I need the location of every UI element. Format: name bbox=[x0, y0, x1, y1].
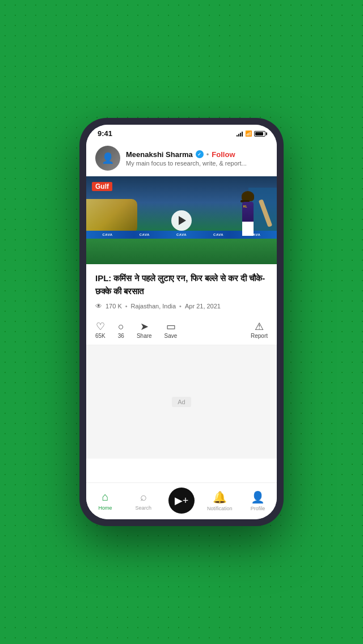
share-action[interactable]: ➤ Share bbox=[137, 321, 152, 339]
cricket-field bbox=[86, 236, 277, 264]
author-name: Meenakshi Sharma bbox=[126, 150, 193, 159]
profile-label: Profile bbox=[251, 506, 265, 511]
report-icon: ⚠ bbox=[255, 321, 264, 332]
share-label: Share bbox=[137, 333, 152, 339]
nav-center: ▶+ bbox=[162, 488, 200, 514]
home-label: Home bbox=[99, 505, 112, 511]
profile-icon: 👤 bbox=[251, 490, 265, 504]
phone-frame: 9:41 📶 👤 Meenakshi Sharma bbox=[79, 118, 284, 526]
author-bio: My main focus to research, write, & repo… bbox=[126, 160, 268, 167]
play-button[interactable] bbox=[171, 210, 192, 231]
status-time: 9:41 bbox=[98, 129, 112, 138]
article-date: Apr 21, 2021 bbox=[185, 303, 221, 310]
follow-button[interactable]: Follow bbox=[212, 150, 235, 159]
signal-icon bbox=[237, 131, 243, 137]
action-bar: ♡ 65K ○ 36 ➤ Share ▭ Save ⚠ Report bbox=[86, 318, 277, 345]
author-name-row: Meenakshi Sharma • Follow bbox=[126, 150, 268, 159]
like-action[interactable]: ♡ 65K bbox=[95, 321, 105, 339]
comment-count: 36 bbox=[118, 333, 124, 339]
nav-item-search[interactable]: ⌕ Search bbox=[124, 490, 162, 511]
comment-icon: ○ bbox=[118, 321, 124, 332]
batsman-helmet bbox=[242, 191, 254, 201]
status-icons: 📶 bbox=[237, 130, 265, 137]
notification-icon: 🔔 bbox=[213, 490, 227, 504]
search-label: Search bbox=[136, 505, 152, 511]
author-info: Meenakshi Sharma • Follow My main focus … bbox=[126, 150, 268, 167]
content-area: 👤 Meenakshi Sharma • Follow My main focu… bbox=[86, 140, 277, 482]
article-section: IPL: कमिंस ने पहले लुटाए रन, फिर बल्ले स… bbox=[86, 264, 277, 310]
nav-item-profile[interactable]: 👤 Profile bbox=[239, 490, 277, 511]
nav-item-home[interactable]: ⌂ Home bbox=[86, 490, 124, 511]
status-bar: 9:41 📶 bbox=[86, 125, 277, 140]
meta-dot-1: • bbox=[125, 303, 128, 310]
share-icon: ➤ bbox=[140, 321, 149, 332]
gulf-logo: Gulf bbox=[92, 182, 112, 191]
article-meta: 👁 170 K • Rajasthan, India • Apr 21, 202… bbox=[95, 302, 268, 310]
report-label: Report bbox=[251, 333, 268, 339]
save-action[interactable]: ▭ Save bbox=[164, 321, 178, 339]
batsman-legs bbox=[242, 222, 254, 236]
save-icon: ▭ bbox=[166, 321, 176, 332]
video-thumbnail[interactable]: Gulf CAVACAVACAVACAVACAVA bbox=[86, 176, 277, 264]
ad-section: Ad bbox=[86, 345, 277, 459]
view-count: 170 K bbox=[105, 303, 122, 310]
batsman-figure bbox=[242, 191, 254, 236]
like-icon: ♡ bbox=[96, 321, 105, 332]
like-count: 65K bbox=[95, 333, 105, 339]
dot-separator: • bbox=[206, 150, 209, 159]
meta-dot-2: • bbox=[179, 303, 182, 310]
verified-icon bbox=[196, 150, 204, 158]
home-icon: ⌂ bbox=[102, 490, 109, 503]
battery-icon bbox=[254, 131, 265, 137]
create-button[interactable]: ▶+ bbox=[168, 488, 195, 514]
comment-action[interactable]: ○ 36 bbox=[118, 321, 124, 339]
save-label: Save bbox=[164, 333, 178, 339]
views-icon: 👁 bbox=[95, 302, 102, 310]
batsman-body bbox=[242, 202, 254, 222]
phone-screen: 9:41 📶 👤 Meenakshi Sharma bbox=[86, 125, 277, 519]
article-title: IPL: कमिंस ने पहले लुटाए रन, फिर बल्ले स… bbox=[95, 272, 268, 298]
wifi-icon: 📶 bbox=[245, 130, 252, 137]
ad-label: Ad bbox=[172, 397, 191, 407]
stadium-seats-left bbox=[86, 199, 137, 233]
bottom-nav: ⌂ Home ⌕ Search ▶+ 🔔 Notification 👤 Prof… bbox=[86, 482, 277, 519]
search-icon: ⌕ bbox=[140, 490, 147, 503]
report-action[interactable]: ⚠ Report bbox=[251, 321, 268, 339]
nav-item-notification[interactable]: 🔔 Notification bbox=[201, 490, 239, 511]
author-header: 👤 Meenakshi Sharma • Follow My main focu… bbox=[86, 140, 277, 176]
video-plus-icon: ▶+ bbox=[175, 494, 189, 507]
avatar: 👤 bbox=[95, 146, 120, 171]
article-location: Rajasthan, India bbox=[131, 303, 176, 310]
avatar-image: 👤 bbox=[95, 146, 120, 171]
notification-label: Notification bbox=[207, 506, 233, 511]
